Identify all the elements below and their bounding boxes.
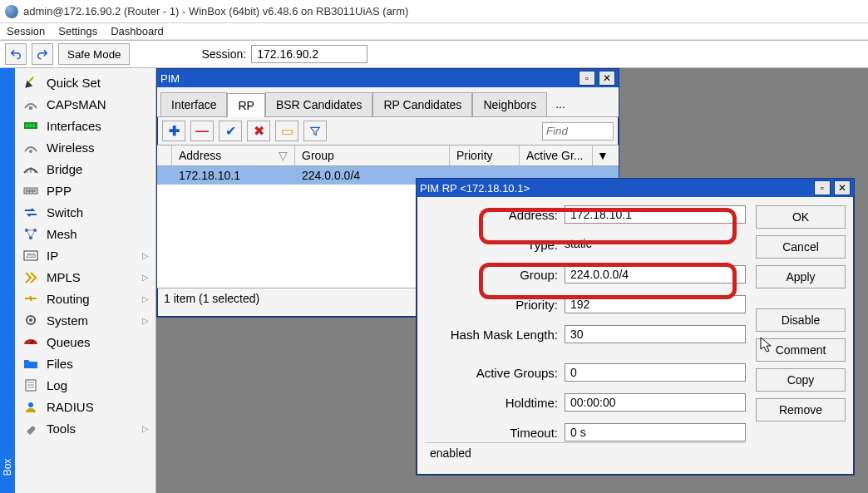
hash-input[interactable] — [565, 325, 746, 343]
col-priority[interactable]: Priority — [450, 145, 520, 165]
comment-button[interactable]: ▭ — [275, 121, 298, 141]
sidebar-list: Quick SetCAPsMANInterfacesWirelessBridge… — [15, 68, 155, 493]
rp-titlebar[interactable]: PIM RP <172.18.10.1> ▫ ✕ — [417, 179, 854, 197]
add-button[interactable]: ✚ — [162, 121, 185, 141]
sidebar-item-interfaces[interactable]: Interfaces — [15, 115, 155, 136]
sidebar-icon — [22, 161, 40, 176]
filter-button[interactable] — [303, 121, 327, 141]
remove-button[interactable]: Remove — [756, 398, 846, 422]
pim-titlebar[interactable]: PIM ▫ ✕ — [157, 69, 619, 87]
menu-session[interactable]: Session — [7, 25, 45, 37]
sidebar-item-label: CAPsMAN — [47, 97, 106, 111]
sidebar-item-label: Log — [47, 378, 67, 392]
sidebar-item-wireless[interactable]: Wireless — [15, 136, 155, 158]
sidebar-item-tools[interactable]: Tools▷ — [15, 417, 155, 439]
sidebar-item-label: Routing — [47, 292, 90, 306]
sidebar-item-capsman[interactable]: CAPsMAN — [15, 93, 155, 115]
sidebar-item-label: RADIUS — [47, 400, 94, 414]
col-group[interactable]: Group — [295, 145, 450, 165]
rp-title-text: PIM RP <172.18.10.1> — [420, 182, 811, 195]
undo-button[interactable] — [5, 43, 27, 65]
menu-dashboard[interactable]: Dashboard — [111, 25, 164, 37]
redo-button[interactable] — [32, 43, 53, 65]
close-icon[interactable]: ✕ — [599, 71, 615, 86]
sidebar-edge: Box — [0, 68, 15, 493]
sidebar-item-routing[interactable]: Routing▷ — [15, 288, 155, 309]
svg-rect-4 — [32, 124, 35, 127]
rp-fields: Address: Type: static Group: Priority: — [425, 205, 746, 466]
remove-button[interactable]: — — [190, 121, 214, 141]
rp-body: Address: Type: static Group: Priority: — [417, 197, 854, 475]
tab-more[interactable]: ... — [547, 92, 574, 116]
sidebar-item-mpls[interactable]: MPLS▷ — [15, 266, 155, 288]
sidebar-icon — [22, 313, 40, 328]
disable-button[interactable]: ✖ — [247, 121, 270, 141]
tab-bsr-candidates[interactable]: BSR Candidates — [265, 92, 373, 116]
active-value — [565, 363, 746, 382]
sidebar-icon — [22, 75, 40, 90]
sidebar-item-switch[interactable]: Switch — [15, 201, 155, 223]
close-icon[interactable]: ✕ — [834, 180, 851, 195]
sidebar-item-log[interactable]: Log — [15, 374, 155, 396]
svg-point-23 — [28, 402, 33, 407]
svg-text:255: 255 — [26, 253, 36, 259]
column-menu-icon[interactable]: ▼ — [593, 145, 613, 165]
sidebar-item-mesh[interactable]: Mesh — [15, 223, 155, 244]
tab-rp-candidates[interactable]: RP Candidates — [372, 92, 472, 116]
sidebar-item-system[interactable]: System▷ — [15, 309, 155, 331]
tab-interface[interactable]: Interface — [160, 92, 227, 116]
chevron-right-icon: ▷ — [142, 316, 149, 325]
sidebar-item-label: Mesh — [47, 227, 77, 241]
disable-button[interactable]: Disable — [756, 308, 846, 332]
copy-button[interactable]: Copy — [756, 368, 846, 392]
tab-neighbors[interactable]: Neighbors — [472, 92, 547, 116]
find-input[interactable] — [542, 122, 614, 141]
menu-settings[interactable]: Settings — [58, 25, 97, 37]
svg-rect-0 — [29, 106, 32, 110]
timeout-label: Timeout: — [425, 426, 558, 440]
sidebar-item-ip[interactable]: 255IP▷ — [15, 244, 155, 266]
sidebar-item-queues[interactable]: Queues — [15, 331, 155, 352]
ok-button[interactable]: OK — [756, 205, 846, 229]
group-input[interactable] — [565, 265, 746, 283]
session-value: 172.16.90.2 — [251, 45, 367, 63]
col-address[interactable]: Address ▽ — [172, 145, 295, 165]
tab-rp[interactable]: RP — [227, 93, 264, 117]
sidebar-item-quick-set[interactable]: Quick Set — [15, 71, 155, 93]
sidebar-item-bridge[interactable]: Bridge — [15, 158, 155, 180]
holdtime-label: Holdtime: — [425, 396, 558, 410]
cancel-button[interactable]: Cancel — [756, 235, 846, 259]
sidebar-item-label: System — [47, 313, 88, 328]
sidebar-icon — [22, 377, 40, 392]
minimize-icon[interactable]: ▫ — [579, 71, 595, 86]
address-input[interactable] — [565, 205, 746, 224]
pim-rp-dialog: PIM RP <172.18.10.1> ▫ ✕ Address: Type: … — [416, 178, 855, 476]
enable-button[interactable]: ✔ — [219, 121, 242, 141]
pim-tools: ✚ — ✔ ✖ ▭ — [157, 117, 619, 145]
sidebar-icon — [22, 118, 40, 133]
svg-rect-3 — [29, 124, 32, 127]
sidebar-icon — [22, 334, 40, 349]
grid-header: Address ▽ Group Priority Active Gr... ▼ — [157, 145, 619, 166]
sidebar-item-files[interactable]: Files — [15, 352, 155, 374]
col-active-groups[interactable]: Active Gr... — [520, 145, 593, 165]
comment-button[interactable]: Comment — [756, 338, 846, 362]
col-flag[interactable] — [157, 145, 172, 165]
sidebar: Box Quick SetCAPsMANInterfacesWirelessBr… — [0, 68, 156, 493]
sidebar-item-ppp[interactable]: PPPPPP — [15, 180, 155, 201]
holdtime-value — [565, 393, 746, 412]
sidebar-item-label: Quick Set — [47, 76, 101, 90]
minimize-icon[interactable]: ▫ — [814, 180, 831, 195]
sidebar-item-label: Queues — [47, 335, 91, 349]
apply-button[interactable]: Apply — [756, 265, 846, 288]
sidebar-item-label: MPLS — [47, 270, 81, 284]
enabled-status: enabled — [425, 442, 746, 463]
sidebar-icon — [22, 356, 40, 371]
safe-mode-button[interactable]: Safe Mode — [58, 43, 130, 65]
sidebar-item-radius[interactable]: RADIUS — [15, 396, 155, 417]
pim-tabs: Interface RP BSR Candidates RP Candidate… — [157, 87, 619, 117]
priority-input[interactable] — [565, 295, 746, 313]
svg-rect-2 — [26, 124, 28, 127]
svg-point-17 — [29, 318, 32, 322]
sidebar-item-label: IP — [47, 249, 58, 263]
